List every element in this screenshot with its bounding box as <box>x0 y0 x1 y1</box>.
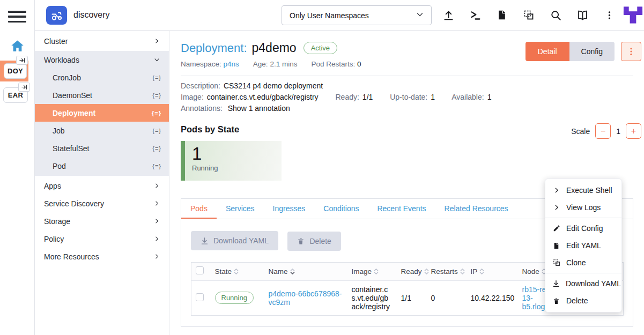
import-yaml-button[interactable] <box>515 0 542 30</box>
config-button[interactable]: Config <box>569 42 615 61</box>
menu-item-edit-yaml[interactable]: Edit YAML <box>545 237 621 254</box>
sort-icon[interactable] <box>424 269 429 274</box>
sidebar-item-label: Job <box>53 126 152 135</box>
sidebar-item-label: Deployment <box>53 109 152 117</box>
tab-pods[interactable]: Pods <box>181 199 217 219</box>
sidebar-item-daemonset[interactable]: DaemonSet {=} <box>35 86 169 104</box>
tab-related-resources[interactable]: Related Resources <box>435 199 517 219</box>
hamburger-menu-button[interactable] <box>7 9 27 24</box>
scale-up-button[interactable]: + <box>626 123 641 139</box>
column-header-state[interactable]: State <box>211 262 264 280</box>
meta-pod-restarts: Pod Restarts: 0 <box>311 60 361 68</box>
upload-button[interactable] <box>435 0 462 30</box>
header-kebab-button[interactable] <box>596 0 623 30</box>
column-header-restarts[interactable]: Restarts <box>427 262 467 280</box>
resource-actions-button[interactable] <box>621 42 641 61</box>
sort-icon[interactable] <box>290 269 295 274</box>
scale-down-button[interactable]: − <box>595 123 611 139</box>
sidebar-group-workloads: Workloads CronJob {=} DaemonSet {=} Depl… <box>35 51 169 176</box>
delete-button[interactable]: Delete <box>287 232 340 251</box>
search-icon <box>550 10 561 21</box>
kubectl-shell-button[interactable] <box>462 0 488 30</box>
pod-count: 1 <box>192 144 275 164</box>
row-checkbox[interactable] <box>196 293 204 301</box>
menu-item-edit-config[interactable]: Edit Config <box>545 220 621 237</box>
detail-button[interactable]: Detail <box>525 42 569 61</box>
scale-value: 1 <box>616 127 620 136</box>
menu-item-view-logs[interactable]: View Logs <box>545 199 621 216</box>
product-name: discovery <box>73 10 110 20</box>
import-yaml-icon <box>523 10 534 20</box>
sort-icon[interactable] <box>460 269 465 274</box>
column-header-ip[interactable]: IP <box>467 262 518 280</box>
sidebar-item-statefulset[interactable]: StatefulSet {=} <box>35 139 169 157</box>
meta-age: Age: 2.1 mins <box>253 60 298 68</box>
pod-ready: 1/1 <box>401 294 411 302</box>
sidebar-item-pod[interactable]: Pod {=} <box>35 157 169 175</box>
tab-ingresses[interactable]: Ingresses <box>264 199 315 219</box>
pod-restarts: 0 <box>431 294 435 302</box>
kubeconfig-file-button[interactable] <box>488 0 515 30</box>
show-annotation-link[interactable]: Show 1 annotation <box>228 104 290 113</box>
status-badge: Active <box>304 42 337 54</box>
sidebar-item-more-resources[interactable]: More Resources <box>35 248 169 265</box>
menu-item-delete[interactable]: Delete <box>545 292 621 309</box>
namespaced-resource-icon: {=} <box>152 75 161 81</box>
tab-conditions[interactable]: Conditions <box>314 199 368 219</box>
search-button[interactable] <box>542 0 569 30</box>
sidebar-item-storage[interactable]: Storage <box>35 212 169 230</box>
chevron-right-icon <box>154 182 160 190</box>
docs-button[interactable] <box>569 0 596 30</box>
menu-item-download-yaml[interactable]: Download YAML <box>545 275 621 292</box>
column-header-select[interactable] <box>191 262 211 280</box>
sidebar-item-job[interactable]: Job {=} <box>35 122 169 139</box>
rail-cluster-ear[interactable]: EAR <box>3 87 28 103</box>
pin-cluster-icon[interactable] <box>16 56 28 65</box>
row-context-menu: Execute Shell View Logs Edit Config Edit… <box>545 178 622 312</box>
pod-name-link[interactable]: p4demo-66bc678968-vc9zm <box>269 289 343 307</box>
sidebar-item-cronjob[interactable]: CronJob {=} <box>35 69 169 86</box>
sidebar-item-label: DaemonSet <box>53 91 152 100</box>
sidebar-item-label: Cluster <box>44 37 154 46</box>
user-avatar[interactable] <box>623 5 643 25</box>
menu-divider <box>545 218 621 218</box>
chevron-right-icon <box>154 217 160 226</box>
sidebar-item-policy[interactable]: Policy <box>35 230 169 248</box>
namespace-link[interactable]: p4ns <box>224 60 239 68</box>
column-header-name[interactable]: Name <box>264 262 347 280</box>
namespaced-resource-icon: {=} <box>152 92 161 99</box>
trash-icon <box>552 297 560 304</box>
menu-item-execute-shell[interactable]: Execute Shell <box>545 182 621 199</box>
column-header-ready[interactable]: Ready <box>397 262 427 280</box>
sidebar-item-apps[interactable]: Apps <box>35 177 169 195</box>
upload-icon <box>443 10 454 21</box>
cluster-logo-icon <box>50 9 64 22</box>
sidebar-item-deployment[interactable]: Deployment {=} <box>35 104 169 122</box>
sidebar-item-workloads[interactable]: Workloads <box>35 51 169 69</box>
app-logo[interactable] <box>46 6 67 25</box>
clone-icon <box>552 259 560 266</box>
sort-icon[interactable] <box>374 269 379 274</box>
download-yaml-button[interactable]: Download YAML <box>191 231 278 250</box>
sort-icon[interactable] <box>479 269 484 274</box>
docs-book-icon <box>577 10 588 21</box>
rail-cluster-doy[interactable]: DOY <box>0 61 28 81</box>
sidebar-nav: Cluster Workloads CronJob {=} DaemonSet … <box>35 31 169 335</box>
sidebar-item-cluster[interactable]: Cluster <box>35 32 169 50</box>
namespaced-resource-icon: {=} <box>152 128 161 134</box>
sidebar-item-label: Storage <box>44 217 154 226</box>
sort-icon[interactable] <box>234 269 239 274</box>
tab-services[interactable]: Services <box>217 199 264 219</box>
kebab-menu-icon <box>626 47 636 56</box>
sidebar-item-service-discovery[interactable]: Service Discovery <box>35 195 169 212</box>
column-header-image[interactable]: Image <box>347 262 397 280</box>
pin-cluster-icon[interactable] <box>18 83 30 92</box>
chevron-down-icon <box>154 56 160 64</box>
namespace-filter-select[interactable]: Only User Namespaces <box>282 5 432 25</box>
tab-recent-events[interactable]: Recent Events <box>368 199 435 219</box>
download-icon <box>552 280 560 287</box>
home-button[interactable] <box>0 39 34 54</box>
scale-control: Scale − 1 + <box>571 123 641 139</box>
select-all-checkbox[interactable] <box>196 266 204 274</box>
menu-item-clone[interactable]: Clone <box>545 254 621 271</box>
